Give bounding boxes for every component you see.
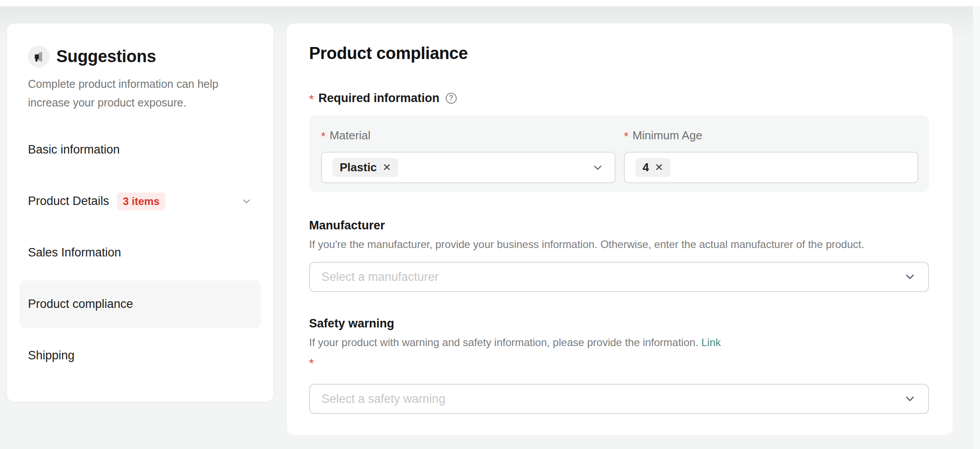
safety-warning-description: If your product with warning and safety …: [309, 336, 929, 349]
minimum-age-label-row: * Minimum Age: [624, 129, 918, 142]
sidebar-item-shipping[interactable]: Shipping: [20, 332, 261, 379]
required-asterisk: *: [624, 128, 628, 142]
right-gutter: [973, 6, 980, 449]
manufacturer-description: If you're the manufacturer, provide your…: [309, 238, 929, 251]
chevron-down-icon: [592, 161, 604, 174]
manufacturer-label: Manufacturer: [309, 219, 929, 232]
page: { "icons": { "close_glyph": "✕", "questi…: [0, 0, 980, 449]
minimum-age-tag-4: 4 ✕: [635, 158, 670, 177]
required-asterisk: *: [321, 128, 325, 142]
required-asterisk: *: [309, 91, 314, 106]
minimum-age-field: * Minimum Age 4 ✕: [624, 129, 918, 183]
product-compliance-panel: Product compliance * Required informatio…: [287, 24, 953, 435]
sidebar-nav: Basic information Product Details 3 item…: [20, 126, 261, 379]
minimum-age-label: Minimum Age: [632, 129, 702, 142]
suggestions-title: Suggestions: [56, 47, 156, 66]
manufacturer-section: Manufacturer If you're the manufacturer,…: [309, 219, 929, 292]
chevron-down-icon: [903, 392, 917, 406]
question-circle-icon[interactable]: ?: [446, 93, 457, 104]
tag-close-icon[interactable]: ✕: [383, 162, 391, 173]
top-bar: [0, 0, 980, 6]
suggestions-card: Suggestions Complete product information…: [7, 24, 273, 402]
required-information-row: * Required information ?: [309, 91, 929, 106]
safety-warning-placeholder: Select a safety warning: [321, 392, 445, 406]
safety-warning-section: Safety warning If your product with warn…: [309, 317, 929, 414]
sidebar-item-label: Shipping: [28, 349, 74, 362]
safety-warning-link[interactable]: Link: [701, 336, 721, 348]
sidebar-item-label: Sales Information: [28, 246, 121, 260]
sidebar-item-basic-information[interactable]: Basic information: [20, 126, 261, 173]
material-label: Material: [329, 129, 370, 142]
required-information-label: Required information: [318, 91, 439, 105]
sidebar-item-label: Product compliance: [28, 297, 133, 311]
page-title: Product compliance: [309, 44, 929, 62]
manufacturer-placeholder: Select a manufacturer: [321, 270, 439, 284]
material-label-row: * Material: [321, 129, 615, 142]
chevron-down-icon: [903, 270, 917, 284]
sidebar-item-label: Basic information: [28, 143, 120, 157]
safety-warning-description-text: If your product with warning and safety …: [309, 336, 698, 348]
manufacturer-select[interactable]: Select a manufacturer: [309, 262, 929, 292]
sidebar-item-sales-information[interactable]: Sales Information: [20, 229, 261, 276]
minimum-age-multiselect[interactable]: 4 ✕: [624, 152, 918, 183]
safety-warning-label: Safety warning: [309, 317, 929, 330]
material-field: * Material Plastic ✕: [321, 129, 615, 183]
tag-label: 4: [643, 161, 649, 174]
items-count-badge: 3 items: [117, 193, 165, 210]
safety-required-asterisk: *: [309, 356, 929, 371]
safety-warning-select[interactable]: Select a safety warning: [309, 384, 929, 414]
sidebar-item-label: Product Details: [28, 194, 109, 208]
required-fields-box: * Material Plastic ✕ * Minimum Age: [309, 115, 929, 192]
chevron-down-icon[interactable]: [241, 196, 252, 207]
tag-close-icon[interactable]: ✕: [655, 162, 663, 173]
megaphone-icon: [28, 46, 50, 67]
suggestions-description: Complete product information can help in…: [28, 75, 252, 112]
sidebar-item-product-details[interactable]: Product Details 3 items: [20, 177, 261, 225]
material-multiselect[interactable]: Plastic ✕: [321, 152, 615, 183]
tag-label: Plastic: [340, 161, 377, 174]
suggestions-header: Suggestions: [28, 46, 252, 67]
material-tag-plastic: Plastic ✕: [333, 158, 398, 177]
sidebar-item-product-compliance[interactable]: Product compliance: [20, 280, 261, 328]
